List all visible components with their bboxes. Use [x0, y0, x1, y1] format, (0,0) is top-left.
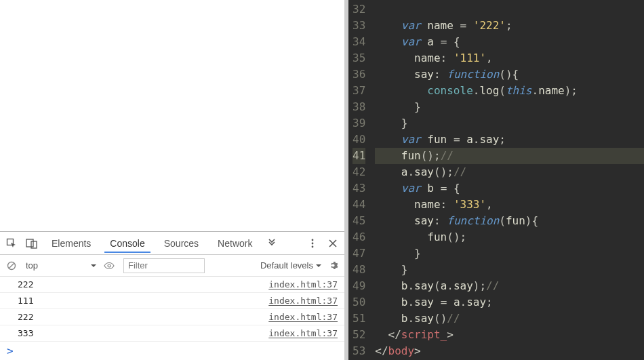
page-viewport [0, 0, 344, 231]
code-line[interactable]: } [375, 245, 644, 262]
devtools-panel: Elements Console Sources Network [0, 231, 344, 360]
log-message: 333 [18, 328, 33, 338]
chevron-down-icon [316, 263, 321, 268]
line-number: 50 [353, 294, 365, 311]
console-log-row: 222index.html:37 [0, 277, 344, 293]
log-message: 111 [18, 296, 33, 306]
code-line[interactable]: b.say(a.say);// [375, 278, 644, 294]
code-line[interactable]: name: '111', [375, 50, 644, 66]
line-number: 35 [353, 50, 365, 66]
line-number: 40 [353, 132, 365, 148]
line-number: 44 [353, 197, 365, 213]
code-line[interactable]: name: '333', [375, 197, 644, 213]
inspect-icon[interactable] [5, 237, 18, 249]
code-line[interactable]: var fun = a.say; [375, 132, 644, 148]
line-number: 46 [353, 229, 365, 245]
line-number: 38 [353, 99, 365, 115]
svg-rect-1 [26, 239, 33, 247]
line-number: 51 [353, 311, 365, 327]
close-icon[interactable] [327, 237, 339, 249]
code-line[interactable]: say: function(){ [375, 66, 644, 83]
device-toggle-icon[interactable] [26, 237, 38, 249]
log-source-link[interactable]: index.html:37 [268, 328, 338, 338]
line-number: 36 [353, 66, 365, 83]
code-line[interactable]: fun(); [375, 229, 644, 245]
code-line[interactable]: say: function(fun){ [375, 213, 644, 229]
context-select[interactable]: top [23, 258, 118, 273]
log-source-link[interactable]: index.html:37 [268, 279, 338, 289]
svg-point-3 [312, 239, 314, 241]
kebab-icon[interactable] [306, 237, 319, 249]
browser-panel: Elements Console Sources Network [0, 0, 344, 360]
code-line[interactable]: a.say();// [375, 164, 644, 180]
eye-icon[interactable] [103, 260, 115, 272]
svg-point-4 [312, 242, 314, 244]
line-number: 52 [353, 327, 365, 343]
code-line[interactable]: b.say()// [375, 311, 644, 327]
console-log-row: 222index.html:37 [0, 309, 344, 325]
chevron-down-icon [91, 263, 96, 268]
context-label: top [26, 260, 38, 271]
log-message: 222 [18, 279, 33, 289]
code-line[interactable]: } [375, 115, 644, 132]
line-number: 43 [353, 180, 365, 197]
tab-console[interactable]: Console [104, 234, 150, 253]
tab-network[interactable]: Network [212, 234, 258, 253]
line-number: 41 [353, 148, 365, 164]
devtools-tabs: Elements Console Sources Network [0, 232, 344, 255]
line-number: 45 [353, 213, 365, 229]
more-tabs-icon[interactable] [266, 237, 278, 249]
svg-point-5 [312, 245, 314, 247]
tab-sources[interactable]: Sources [159, 234, 204, 253]
gear-icon[interactable] [327, 260, 339, 272]
code-line[interactable]: var b = { [375, 180, 644, 197]
code-line[interactable]: } [375, 262, 644, 278]
console-log-row: 111index.html:37 [0, 293, 344, 309]
code-line[interactable]: b.say = a.say; [375, 294, 644, 311]
line-number: 34 [353, 34, 365, 50]
line-number: 47 [353, 245, 365, 262]
console-log-row: 333index.html:37 [0, 325, 344, 342]
console-filter-bar: top Default levels [0, 255, 344, 277]
code-area[interactable]: var name = '222'; var a = { name: '111',… [372, 0, 644, 360]
code-line[interactable]: var a = { [375, 34, 644, 50]
code-line[interactable]: console.log(this.name); [375, 83, 644, 99]
levels-label: Default levels [260, 260, 313, 271]
log-source-link[interactable]: index.html:37 [268, 312, 338, 322]
line-number: 49 [353, 278, 365, 294]
line-number: 48 [353, 262, 365, 278]
line-number: 33 [353, 18, 365, 34]
line-number: 42 [353, 164, 365, 180]
code-line[interactable]: </body> [375, 343, 644, 359]
console-log-list: 222index.html:37111index.html:37222index… [0, 277, 344, 342]
code-editor[interactable]: 3233343536373839404142434445464748495051… [348, 0, 644, 360]
log-source-link[interactable]: index.html:37 [268, 296, 338, 306]
clear-console-icon[interactable] [5, 260, 18, 272]
tab-elements[interactable]: Elements [46, 234, 96, 253]
log-levels-select[interactable]: Default levels [260, 260, 321, 271]
line-number: 32 [353, 1, 365, 18]
code-line[interactable]: var name = '222'; [375, 18, 644, 34]
code-line[interactable]: fun();// [375, 148, 644, 164]
line-number: 39 [353, 115, 365, 132]
line-gutter: 3233343536373839404142434445464748495051… [348, 0, 372, 360]
line-number: 53 [353, 343, 365, 359]
code-line[interactable] [375, 1, 644, 18]
line-number: 37 [353, 83, 365, 99]
svg-point-7 [108, 264, 110, 267]
filter-input[interactable] [123, 258, 205, 273]
code-line[interactable]: } [375, 99, 644, 115]
log-message: 222 [18, 312, 33, 322]
code-line[interactable]: </script_> [375, 327, 644, 343]
console-prompt[interactable]: > [0, 342, 344, 360]
